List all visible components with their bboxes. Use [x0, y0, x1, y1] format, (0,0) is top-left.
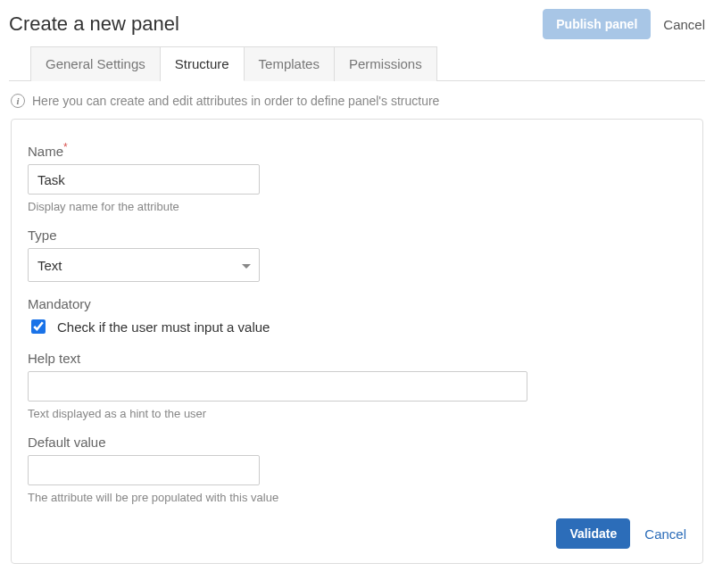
type-label: Type — [28, 228, 686, 243]
tabs-bar: General Settings Structure Templates Per… — [9, 46, 705, 81]
form-cancel-link[interactable]: Cancel — [644, 526, 686, 542]
header-cancel-link[interactable]: Cancel — [663, 17, 705, 32]
help-text-helper: Text displayed as a hint to the user — [28, 407, 686, 420]
default-value-input[interactable] — [28, 455, 260, 485]
page-header: Create a new panel Publish panel Cancel — [9, 9, 705, 46]
intro-row: i Here you can create and edit attribute… — [9, 81, 705, 119]
required-marker: * — [63, 141, 68, 153]
header-actions: Publish panel Cancel — [543, 9, 705, 39]
default-value-helper: The attribute will be pre populated with… — [28, 491, 686, 504]
field-mandatory: Mandatory Check if the user must input a… — [28, 296, 686, 336]
mandatory-checkbox-label: Check if the user must input a value — [57, 319, 270, 335]
name-label: Name* — [28, 141, 686, 159]
field-type: Type — [28, 228, 686, 282]
info-icon: i — [11, 94, 25, 108]
mandatory-label: Mandatory — [28, 296, 686, 311]
tab-templates[interactable]: Templates — [245, 46, 335, 81]
type-select-wrap — [28, 248, 260, 282]
intro-text: Here you can create and edit attributes … — [32, 94, 439, 108]
tab-general-settings[interactable]: General Settings — [30, 46, 161, 81]
help-text-input[interactable] — [28, 371, 527, 402]
attribute-form: Name* Display name for the attribute Typ… — [11, 119, 703, 564]
field-name: Name* Display name for the attribute — [28, 141, 686, 213]
name-input[interactable] — [28, 164, 260, 195]
field-default-value: Default value The attribute will be pre … — [28, 435, 686, 504]
field-help-text: Help text Text displayed as a hint to th… — [28, 351, 686, 420]
page-title: Create a new panel — [9, 12, 179, 36]
validate-button[interactable]: Validate — [556, 518, 630, 549]
tab-permissions[interactable]: Permissions — [335, 46, 437, 81]
type-select[interactable] — [28, 248, 260, 282]
mandatory-checkbox[interactable] — [31, 319, 46, 334]
tabs: General Settings Structure Templates Per… — [30, 46, 705, 80]
default-value-label: Default value — [28, 435, 686, 450]
name-helper: Display name for the attribute — [28, 200, 686, 213]
tab-structure[interactable]: Structure — [161, 46, 245, 81]
help-text-label: Help text — [28, 351, 686, 366]
form-footer: Validate Cancel — [28, 518, 686, 549]
mandatory-row: Check if the user must input a value — [28, 317, 686, 336]
publish-panel-button[interactable]: Publish panel — [543, 9, 651, 39]
